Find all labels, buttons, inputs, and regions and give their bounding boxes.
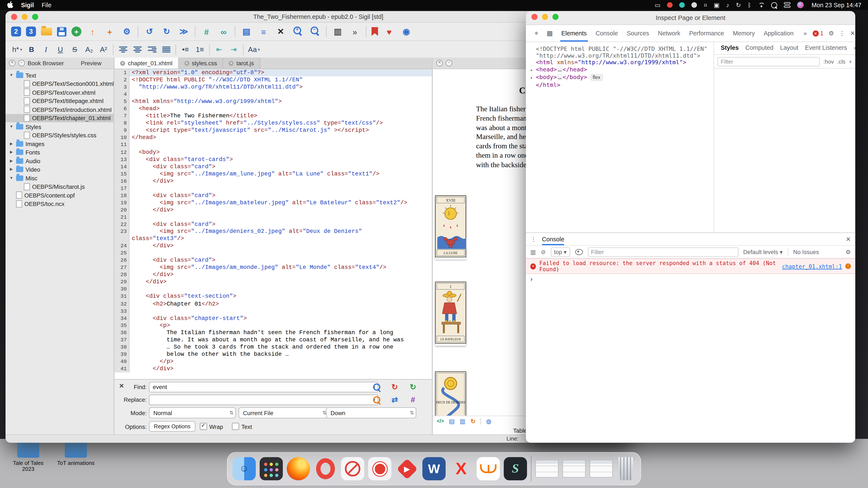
record-app-icon[interactable] [667, 2, 673, 8]
class-toggle[interactable]: .cls [837, 59, 845, 65]
tree-item[interactable]: OEBPS/Styles/styles.css [5, 131, 114, 139]
new-rule-button[interactable]: + [849, 59, 852, 65]
tree-item[interactable]: OEBPS/Text/chapter_01.xhtml [5, 114, 114, 122]
styles-tabs-overflow-icon[interactable]: » [850, 44, 855, 51]
log-levels-select[interactable]: Default levels ▾ [743, 249, 782, 255]
metadata-editor-button[interactable]: ▤ [240, 26, 252, 37]
tree-item[interactable]: ▶Images [5, 139, 114, 148]
insert-id-button[interactable]: # [200, 26, 212, 37]
devtools-tab-console[interactable]: Console [591, 25, 622, 41]
wifi-icon[interactable] [758, 2, 765, 8]
outline-view-icon[interactable]: ▤ [449, 417, 455, 425]
disclosure-icon[interactable]: ▶ [9, 159, 14, 163]
spotlight-icon[interactable] [771, 2, 777, 8]
error-count-badge[interactable]: ✕ 1 [812, 30, 824, 36]
code-line[interactable]: 31 <div class="text-section"> [115, 293, 432, 300]
heading-menu[interactable]: h*▾ [12, 43, 22, 56]
insert-link-button[interactable]: ∞ [217, 26, 229, 37]
panel-close-icon[interactable]: ✕ [436, 60, 443, 66]
epub3-button[interactable]: 3 [26, 27, 36, 36]
align-left-button[interactable] [118, 46, 128, 53]
drawer-close-icon[interactable]: ✕ [846, 235, 851, 242]
devtools-tab-sources[interactable]: Sources [622, 25, 653, 41]
bluetooth-icon[interactable]: ᛒ [748, 0, 751, 10]
superscript-button[interactable]: A² [99, 43, 108, 56]
code-line[interactable]: 12 <body> [115, 149, 432, 156]
devtools-tab-elements[interactable]: Elements [557, 25, 591, 41]
devtools-tab-application[interactable]: Application [759, 25, 798, 41]
sync-icon[interactable]: ↻ [736, 0, 741, 10]
zoom-in-button[interactable]: + [292, 26, 304, 37]
browser-icon[interactable]: ◍ [486, 417, 491, 425]
code-line[interactable]: 7 <title>The Two Fishermen</title> [115, 112, 432, 120]
donate-button[interactable]: ♥ [383, 26, 395, 37]
app-icon-teal[interactable] [679, 2, 685, 8]
code-line[interactable]: 21 [115, 214, 432, 221]
tree-item[interactable]: ▼Styles [5, 122, 114, 131]
subscript-button[interactable]: A₂ [84, 43, 94, 56]
disclosure-icon[interactable]: ▶ [9, 141, 14, 146]
app-icon-light[interactable] [691, 2, 697, 8]
help-button[interactable]: ◉ [400, 26, 412, 37]
dom-node[interactable]: ▸<head>…</head> [530, 66, 709, 73]
code-line[interactable]: 13 <div class="tarot-cards"> [115, 156, 432, 163]
dock-do-not-disturb-app[interactable] [341, 457, 364, 480]
tab-close-icon[interactable]: ✕ [229, 61, 234, 66]
align-center-button[interactable] [132, 46, 142, 53]
issue-icon[interactable]: ! [845, 263, 851, 269]
outdent-button[interactable]: ⇤ [214, 43, 224, 56]
strikethrough-button[interactable]: S [70, 43, 80, 56]
tree-item[interactable]: ▶Audio [5, 157, 114, 165]
tree-item[interactable]: ▶Video [5, 165, 114, 174]
toolbar-overflow-button[interactable]: » [349, 26, 361, 37]
code-line[interactable]: 10</head> [115, 134, 432, 141]
console-settings-icon[interactable]: ⚙ [845, 249, 851, 255]
dom-node[interactable]: </html> [530, 82, 709, 88]
console-drawer-tab[interactable]: Console [542, 233, 564, 245]
flex-badge[interactable]: flex [590, 74, 602, 80]
code-line[interactable]: 8 <link rel="stylesheet" href="../Styles… [115, 120, 432, 127]
restart-find-button[interactable]: ↻ [407, 381, 419, 392]
disclosure-icon[interactable]: ▼ [9, 176, 14, 180]
tree-item[interactable]: ▶Fonts [5, 148, 114, 157]
dom-node[interactable]: <html xmlns="http://www.w3.org/1999/xhtm… [530, 59, 709, 66]
align-right-button[interactable] [147, 46, 157, 53]
code-line[interactable]: 2<!DOCTYPE html PUBLIC "-//W3C//DTD XHTM… [115, 76, 432, 84]
disclosure-icon[interactable]: ▸ [530, 74, 536, 82]
volume-icon[interactable]: ♪ [726, 0, 729, 10]
screen-mirroring-icon[interactable]: ▭ [655, 0, 660, 10]
devtools-tab-memory[interactable]: Memory [728, 25, 760, 41]
save-button[interactable] [57, 27, 66, 36]
code-line[interactable]: 20 </div> [115, 206, 432, 214]
epub2-button[interactable]: 2 [11, 27, 21, 36]
code-line[interactable]: 32 <h2>Chapter 01</h2> [115, 300, 432, 307]
code-line[interactable]: 26 <div class="card"> [115, 257, 432, 264]
dock-window-preview-3[interactable] [589, 460, 613, 478]
panel-float-icon[interactable]: ▫ [18, 60, 25, 66]
mode-select[interactable]: Normal⇅ [149, 407, 236, 418]
dock-firefox[interactable] [287, 457, 310, 480]
tree-item[interactable]: OEBPS/content.opf [5, 191, 114, 199]
dock-word[interactable] [423, 457, 446, 480]
control-center-icon[interactable] [784, 2, 790, 8]
box-icon[interactable]: ▣ [714, 0, 719, 10]
find-close-icon[interactable]: ✕ [119, 383, 124, 390]
styles-tab-styles[interactable]: Styles [717, 44, 742, 51]
code-line[interactable]: 14 <div class="card"> [115, 163, 432, 170]
menu-bar-clock[interactable]: Mon 23 Sep 14:47 [812, 2, 861, 8]
code-line[interactable]: 18 <div class="card"> [115, 192, 432, 199]
desktop-folder[interactable]: Tale of Tales2023 [8, 441, 49, 472]
menu-item-file[interactable]: File [41, 2, 51, 8]
numbered-list-button[interactable]: 1≡ [195, 43, 205, 56]
menu-bar-app-name[interactable]: Sigil [21, 2, 34, 8]
editor-tab[interactable]: ✕styles.css [179, 58, 223, 69]
code-line[interactable]: 30 [115, 286, 432, 293]
reports-button[interactable]: ▥ [332, 26, 344, 37]
code-line[interactable]: 41 </div> [115, 365, 432, 372]
execution-context-select[interactable]: top ▾ [551, 247, 570, 256]
replace-all-button[interactable]: ⇄ [389, 394, 401, 405]
tree-item[interactable]: OEBPS/toc.ncx [5, 199, 114, 208]
replace-next-button[interactable] [370, 394, 382, 405]
code-line[interactable]: 27 <img src="../Images/am_monde.jpeg" al… [115, 264, 432, 271]
close-window-button[interactable] [11, 14, 17, 20]
